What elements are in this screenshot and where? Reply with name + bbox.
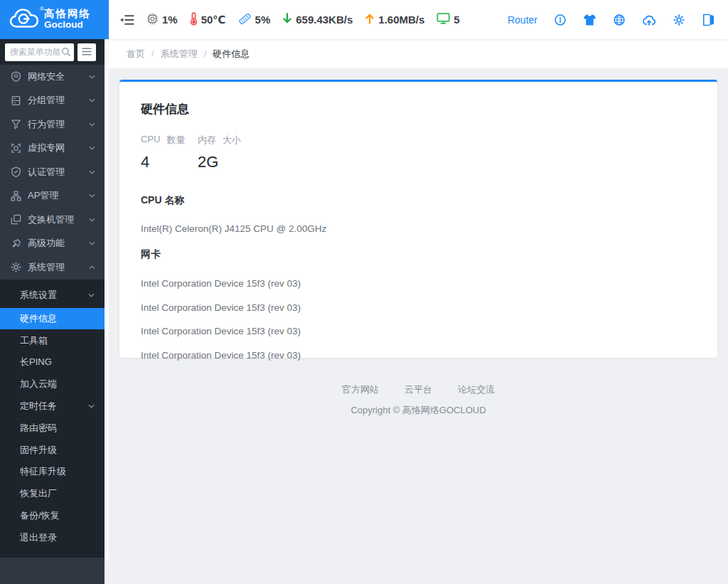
pin-icon — [11, 238, 21, 249]
cpu-name-value: Intel(R) Celeron(R) J4125 CPU @ 2.00GHz — [141, 223, 696, 234]
sidebar-item-auth-management[interactable]: 认证管理 — [0, 160, 105, 184]
frame-icon — [11, 143, 21, 154]
sitemap-icon — [11, 191, 21, 201]
submenu-item-signature-upgrade[interactable]: 特征库升级 — [0, 461, 105, 483]
submenu-item-scheduled-tasks[interactable]: 定时任务 — [0, 395, 105, 418]
chevron-down-icon — [89, 146, 95, 150]
breadcrumb-separator: / — [204, 48, 207, 59]
sidebar-scrollbar[interactable] — [105, 39, 109, 561]
chevron-down-icon — [89, 241, 95, 245]
cloud-logo-icon: ® — [9, 8, 39, 31]
cloud-upload-icon[interactable] — [642, 14, 656, 26]
chevron-down-icon — [89, 193, 95, 198]
sidebar: 网络安全 分组管理 行为管理 虚拟专网 — [0, 39, 105, 584]
footer-link-forum[interactable]: 论坛交流 — [458, 383, 495, 396]
sidebar-item-behavior-management[interactable]: 行为管理 — [0, 112, 105, 137]
menu-toggle-button[interactable] — [77, 43, 96, 61]
page-title: 硬件信息 — [141, 101, 696, 117]
footer-link-cloud-platform[interactable]: 云平台 — [405, 383, 432, 396]
submenu-item-system-settings[interactable]: 系统设置 — [0, 282, 105, 308]
brand-logo: ® 高恪网络 Gocloud — [0, 0, 109, 39]
sidebar-item-label: 高级功能 — [28, 237, 65, 250]
arrow-down-icon — [282, 12, 292, 27]
brand-name-en: Gocloud — [44, 20, 91, 31]
cpu-usage-stat: 1% — [146, 13, 178, 27]
submenu-item-label: 定时任务 — [20, 400, 57, 413]
cpu-count-block: CPU 数量 4 — [141, 134, 198, 171]
temperature-stat: 50℃ — [190, 11, 226, 28]
breadcrumb-home[interactable]: 首页 — [127, 48, 145, 60]
sidebar-item-label: 交换机管理 — [28, 213, 74, 226]
submenu-item-firmware-upgrade[interactable]: 固件升级 — [0, 439, 105, 461]
sidebar-item-label: 虚拟专网 — [28, 142, 65, 154]
thermometer-icon — [190, 11, 198, 28]
monitor-icon — [437, 12, 450, 27]
sidebar-item-system-management[interactable]: 系统管理 — [0, 255, 105, 280]
memory-usage-value: 5% — [255, 14, 271, 26]
submenu-item-toolbox[interactable]: 工具箱 — [0, 329, 105, 351]
footer-links: 官方网站 云平台 论坛交流 — [342, 383, 495, 396]
nic-entry: Intel Corporation Device 15f3 (rev 03) — [141, 326, 696, 336]
copyright-text: Copyright © 高恪网络GOCLOUD — [109, 404, 728, 417]
cpu-label: CPU — [141, 134, 160, 147]
submenu-item-label: 备份/恢复 — [20, 509, 60, 522]
menu-fold-icon[interactable] — [119, 14, 134, 26]
breadcrumb-separator: / — [151, 48, 154, 59]
footer-link-official-site[interactable]: 官方网站 — [342, 383, 379, 396]
chevron-down-icon — [89, 98, 95, 102]
hamburger-icon — [82, 47, 92, 58]
hardware-stats: CPU 数量 4 内存 大小 2G — [141, 134, 696, 171]
upload-speed-value: 1.60MB/s — [378, 14, 424, 26]
sidebar-item-group-management[interactable]: 分组管理 — [0, 89, 105, 113]
footer: 官方网站 云平台 论坛交流 Copyright © 高恪网络GOCLOUD — [109, 383, 728, 417]
sidebar-item-label: 认证管理 — [28, 166, 65, 179]
breadcrumb: 首页 / 系统管理 / 硬件信息 — [109, 39, 728, 68]
sidebar-item-network-security[interactable]: 网络安全 — [0, 65, 105, 89]
nic-entry: Intel Corporation Device 15f3 (rev 03) — [141, 350, 696, 361]
memory-usage-stat: 5% — [238, 12, 271, 28]
logout-icon[interactable] — [702, 14, 715, 26]
sidebar-item-label: 网络安全 — [28, 70, 65, 83]
submenu-item-hardware-info[interactable]: 硬件信息 — [0, 308, 105, 330]
online-devices-value: 5 — [454, 14, 459, 26]
submenu-item-backup-restore[interactable]: 备份/恢复 — [0, 505, 105, 527]
submenu-item-factory-reset[interactable]: 恢复出厂 — [0, 483, 105, 505]
chevron-down-icon — [89, 218, 95, 222]
filter-icon — [11, 119, 21, 129]
memory-size-value: 2G — [198, 153, 255, 171]
nic-entry: Intel Corporation Device 15f3 (rev 03) — [141, 302, 696, 313]
memory-sublabel: 大小 — [223, 134, 241, 147]
sidebar-item-switch-management[interactable]: 交换机管理 — [0, 208, 105, 232]
info-icon[interactable] — [554, 14, 567, 26]
breadcrumb-section[interactable]: 系统管理 — [161, 48, 198, 60]
shield-icon — [11, 71, 21, 82]
shield-check-icon — [11, 166, 21, 177]
sidebar-menu: 网络安全 分组管理 行为管理 虚拟专网 — [0, 65, 105, 280]
brand-name-cn: 高恪网络 — [44, 9, 91, 20]
settings-gear-icon[interactable] — [673, 14, 685, 26]
globe-icon[interactable] — [613, 14, 626, 26]
theme-shirt-icon[interactable] — [583, 14, 596, 26]
sidebar-item-label: 系统管理 — [28, 261, 65, 274]
submenu-item-logout[interactable]: 退出登录 — [0, 526, 105, 548]
download-speed-stat: 659.43KB/s — [282, 12, 353, 27]
sidebar-item-ap-management[interactable]: AP管理 — [0, 184, 105, 208]
main-area: 首页 / 系统管理 / 硬件信息 硬件信息 CPU 数量 4 内存 大小 2G — [109, 39, 728, 584]
online-devices-stat: 5 — [437, 12, 459, 27]
chevron-down-icon — [89, 75, 95, 79]
router-link[interactable]: Router — [508, 14, 537, 26]
sidebar-item-advanced-features[interactable]: 高级功能 — [0, 232, 105, 256]
submenu-item-label: 固件升级 — [20, 444, 57, 457]
hardware-info-card: 硬件信息 CPU 数量 4 内存 大小 2G CPU 名称 Intel(R) C… — [119, 80, 717, 358]
sidebar-item-vpn[interactable]: 虚拟专网 — [0, 137, 105, 161]
submenu-item-router-password[interactable]: 路由密码 — [0, 417, 105, 439]
system-stats: 1% 50℃ 5% — [146, 11, 460, 28]
temperature-value: 50℃ — [201, 14, 226, 26]
submenu-item-label: 系统设置 — [20, 289, 57, 302]
arrow-up-icon — [365, 12, 375, 27]
submenu-item-join-cloud[interactable]: 加入云端 — [0, 373, 105, 395]
cpu-count-value: 4 — [141, 153, 198, 171]
submenu-item-long-ping[interactable]: 长PING — [0, 351, 105, 373]
topbar-actions: Router — [508, 14, 728, 26]
chevron-up-icon — [89, 265, 95, 270]
